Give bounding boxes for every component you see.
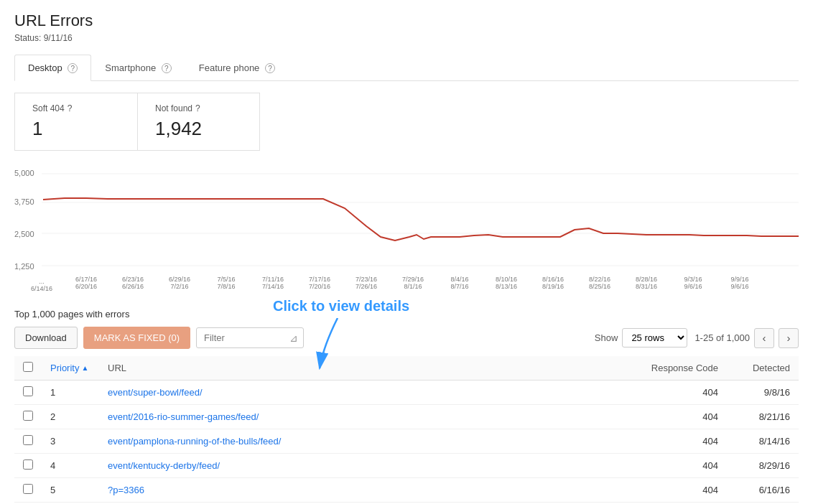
svg-text:3,750: 3,750 xyxy=(14,197,34,206)
row-detected: 8/29/16 xyxy=(727,454,799,478)
stat-card-not-found: Not found ? 1,942 xyxy=(137,93,259,150)
data-table: Priority ▲ URL Response Code Detected 1 … xyxy=(14,356,799,503)
svg-text:8/7/16: 8/7/16 xyxy=(450,283,468,290)
row-priority: 3 xyxy=(42,429,99,454)
tabs-bar: Desktop ? Smartphone ? Feature phone ? xyxy=(14,55,799,81)
table-row: 1 event/super-bowl/feed/ 404 9/8/16 xyxy=(14,381,799,405)
row-checkbox[interactable] xyxy=(23,386,33,396)
row-detected: 8/21/16 xyxy=(727,405,799,429)
row-url[interactable]: event/kentucky-derby/feed/ xyxy=(99,454,626,478)
col-header-detected: Detected xyxy=(727,356,799,381)
svg-text:9/9/16: 9/9/16 xyxy=(730,276,748,283)
table-row: 4 event/kentucky-derby/feed/ 404 8/29/16 xyxy=(14,454,799,478)
svg-text:8/25/16: 8/25/16 xyxy=(589,283,610,290)
row-detected: 9/8/16 xyxy=(727,381,799,405)
tab-feature-phone[interactable]: Feature phone ? xyxy=(185,55,289,81)
col-header-check xyxy=(14,356,42,381)
row-checkbox[interactable] xyxy=(23,459,33,470)
row-priority: 1 xyxy=(42,381,99,405)
stat-card-soft404: Soft 404 ? 1 xyxy=(15,93,137,150)
table-body: 1 event/super-bowl/feed/ 404 9/8/16 2 ev… xyxy=(14,381,799,503)
tab-feature-phone-label: Feature phone xyxy=(199,62,260,73)
toolbar-right: Show 25 rows 10 rows 50 rows 100 rows 1-… xyxy=(595,328,799,348)
row-priority: 2 xyxy=(42,405,99,429)
svg-text:7/8/16: 7/8/16 xyxy=(217,283,235,290)
svg-text:6/29/16: 6/29/16 xyxy=(169,276,190,283)
row-response-code: 404 xyxy=(626,478,727,503)
priority-header-label: Priority xyxy=(50,363,79,373)
chart-container: 5,000 3,750 2,500 1,250 ... 6/14/16 6/17… xyxy=(14,165,799,294)
svg-text:7/26/16: 7/26/16 xyxy=(356,283,377,290)
sort-arrow-icon: ▲ xyxy=(81,364,88,372)
row-priority: 4 xyxy=(42,454,99,478)
filter-wrapper: ⊿ xyxy=(196,327,304,348)
desktop-help-icon[interactable]: ? xyxy=(68,63,78,73)
row-response-code: 404 xyxy=(626,454,727,478)
filter-input[interactable] xyxy=(196,327,304,348)
svg-text:8/10/16: 8/10/16 xyxy=(496,276,517,283)
table-row: 2 event/2016-rio-summer-games/feed/ 404 … xyxy=(14,405,799,429)
rows-select[interactable]: 25 rows 10 rows 50 rows 100 rows xyxy=(622,328,687,347)
table-section-header: Top 1,000 pages with errors xyxy=(14,309,799,319)
svg-text:6/23/16: 6/23/16 xyxy=(122,276,144,283)
svg-text:7/11/16: 7/11/16 xyxy=(262,276,284,283)
table-row: 5 ?p=3366 404 6/16/16 xyxy=(14,478,799,503)
svg-text:8/19/16: 8/19/16 xyxy=(542,283,564,290)
select-all-checkbox[interactable] xyxy=(23,362,33,372)
tab-smartphone-label: Smartphone xyxy=(105,62,156,73)
soft404-help-icon[interactable]: ? xyxy=(68,103,73,113)
pagination: 1-25 of 1,000 ‹ › xyxy=(694,328,799,348)
row-detected: 8/14/16 xyxy=(727,429,799,454)
row-response-code: 404 xyxy=(626,429,727,454)
feature-phone-help-icon[interactable]: ? xyxy=(265,63,275,73)
row-response-code: 404 xyxy=(626,381,727,405)
show-label: Show xyxy=(595,332,618,343)
svg-text:5,000: 5,000 xyxy=(14,169,34,177)
svg-text:6/17/16: 6/17/16 xyxy=(75,276,97,283)
table-row: 3 event/pamplona-running-of-the-bulls/fe… xyxy=(14,429,799,454)
col-header-response-code: Response Code xyxy=(626,356,727,381)
row-url[interactable]: event/pamplona-running-of-the-bulls/feed… xyxy=(99,429,626,454)
svg-text:7/2/16: 7/2/16 xyxy=(170,283,188,290)
svg-text:6/14/16: 6/14/16 xyxy=(31,285,52,292)
svg-text:9/6/16: 9/6/16 xyxy=(684,283,702,290)
chart-svg: 5,000 3,750 2,500 1,250 ... 6/14/16 6/17… xyxy=(14,165,799,294)
svg-text:8/16/16: 8/16/16 xyxy=(542,276,564,283)
priority-sort-button[interactable]: Priority ▲ xyxy=(50,363,90,373)
svg-text:8/22/16: 8/22/16 xyxy=(589,276,610,283)
prev-page-button[interactable]: ‹ xyxy=(754,328,774,348)
table-toolbar: Download MARK AS FIXED (0) ⊿ Click to vi… xyxy=(14,327,799,349)
table-header-row: Priority ▲ URL Response Code Detected xyxy=(14,356,799,381)
row-url[interactable]: ?p=3366 xyxy=(99,478,626,503)
row-url[interactable]: event/2016-rio-summer-games/feed/ xyxy=(99,405,626,429)
tab-desktop[interactable]: Desktop ? xyxy=(14,55,91,81)
col-header-priority: Priority ▲ xyxy=(42,356,99,381)
row-priority: 5 xyxy=(42,478,99,503)
not-found-help-icon[interactable]: ? xyxy=(195,103,200,113)
svg-text:7/5/16: 7/5/16 xyxy=(217,276,235,283)
download-button[interactable]: Download xyxy=(14,327,78,349)
row-url[interactable]: event/super-bowl/feed/ xyxy=(99,381,626,405)
mark-fixed-button[interactable]: MARK AS FIXED (0) xyxy=(83,327,190,349)
not-found-value: 1,942 xyxy=(155,118,242,140)
row-checkbox[interactable] xyxy=(23,484,33,494)
svg-text:2,500: 2,500 xyxy=(14,230,34,238)
svg-text:7/23/16: 7/23/16 xyxy=(356,276,377,283)
show-rows-control: Show 25 rows 10 rows 50 rows 100 rows xyxy=(595,328,688,347)
svg-text:...: ... xyxy=(39,278,45,285)
svg-text:6/20/16: 6/20/16 xyxy=(75,283,97,290)
svg-text:7/14/16: 7/14/16 xyxy=(262,283,284,290)
page-container: URL Errors Status: 9/11/16 Desktop ? Sma… xyxy=(0,0,813,504)
svg-text:8/1/16: 8/1/16 xyxy=(404,283,422,290)
row-checkbox[interactable] xyxy=(23,435,33,445)
svg-text:7/17/16: 7/17/16 xyxy=(309,276,330,283)
smartphone-help-icon[interactable]: ? xyxy=(162,63,172,73)
next-page-button[interactable]: › xyxy=(779,328,799,348)
page-info: 1-25 of 1,000 xyxy=(694,332,750,343)
tab-smartphone[interactable]: Smartphone ? xyxy=(91,55,185,81)
tab-desktop-label: Desktop xyxy=(28,62,62,73)
row-checkbox[interactable] xyxy=(23,411,33,421)
not-found-label: Not found ? xyxy=(155,103,242,113)
toolbar-left: Download MARK AS FIXED (0) ⊿ xyxy=(14,327,304,349)
svg-text:1,250: 1,250 xyxy=(14,262,34,271)
